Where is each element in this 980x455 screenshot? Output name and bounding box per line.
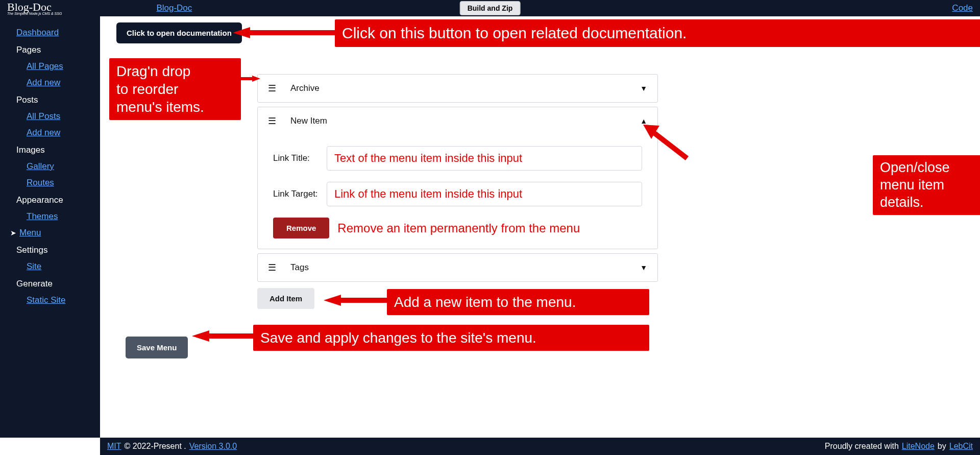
arrow-icon (324, 293, 388, 307)
sidebar-section-generate: Generate (0, 275, 100, 292)
svg-marker-9 (192, 330, 209, 342)
sidebar-item-add-post[interactable]: Add new (0, 125, 100, 141)
sidebar-item-static-site[interactable]: Static Site (0, 292, 100, 308)
add-item-button[interactable]: Add Item (257, 288, 314, 309)
brand-name: Blog-Doc (7, 2, 62, 13)
collapse-toggle-icon[interactable]: ▼ (640, 84, 647, 92)
drag-handle-icon[interactable]: ☰ (268, 115, 276, 127)
svg-marker-3 (252, 76, 260, 82)
sidebar-section-images: Images (0, 141, 100, 158)
remove-item-button[interactable]: Remove (273, 218, 329, 238)
sidebar-item-site[interactable]: Site (0, 258, 100, 275)
drag-handle-icon[interactable]: ☰ (268, 83, 276, 94)
collapse-toggle-icon[interactable]: ▼ (640, 264, 647, 272)
callout-add-item: Add a new item to the menu. (387, 289, 649, 315)
sidebar-section-settings: Settings (0, 241, 100, 258)
link-target-label: Link Target: (273, 189, 327, 199)
arrow-icon (233, 26, 335, 41)
drag-handle-icon[interactable]: ☰ (268, 262, 276, 273)
code-link[interactable]: Code (952, 3, 973, 13)
save-menu-button[interactable]: Save Menu (126, 337, 188, 358)
active-arrow-icon: ➤ (10, 229, 16, 237)
callout-doc-button: Click on this button to open related doc… (335, 19, 980, 47)
main-content: Click to open documentation Click on thi… (100, 16, 980, 438)
menu-items-list: ☰ Archive ▼ ☰ New Item ▲ Link Title: Lin… (257, 74, 658, 309)
menu-item-title: Archive (290, 83, 640, 93)
sidebar-item-themes[interactable]: Themes (0, 208, 100, 225)
callout-drag-drop: Drag'n drop to reorder menu's items. (109, 58, 241, 120)
svg-line-4 (651, 131, 687, 158)
callout-remove-note: Remove an item permanently from the menu (337, 221, 580, 235)
arrow-icon (641, 123, 692, 163)
build-and-zip-button[interactable]: Build and Zip (460, 1, 521, 15)
menu-item-card: ☰ Archive ▼ (257, 74, 658, 103)
sidebar-item-add-page[interactable]: Add new (0, 75, 100, 91)
arrow-icon (192, 329, 254, 343)
svg-marker-7 (324, 295, 341, 306)
brand-logo: Blog-Doc The Simplest Node.js CMS & SSG (7, 2, 62, 15)
sidebar-item-all-posts[interactable]: All Posts (0, 108, 100, 125)
open-documentation-button[interactable]: Click to open documentation (116, 22, 242, 43)
topbar: Blog-Doc The Simplest Node.js CMS & SSG … (0, 0, 980, 16)
sidebar-item-menu[interactable]: Menu (19, 228, 41, 238)
menu-item-title: Tags (290, 262, 640, 273)
sidebar-item-all-pages[interactable]: All Pages (0, 58, 100, 75)
sidebar-section-appearance: Appearance (0, 191, 100, 208)
sidebar-section-pages: Pages (0, 41, 100, 58)
menu-item-body: Link Title: Link Target: Remove Remove a… (258, 146, 657, 249)
callout-open-close: Open/close menu item details. (873, 155, 980, 215)
svg-marker-1 (233, 27, 250, 38)
sidebar-item-routes[interactable]: Routes (0, 175, 100, 191)
breadcrumb-link[interactable]: Blog-Doc (156, 3, 192, 13)
menu-item-card: ☰ New Item ▲ Link Title: Link Target: Re… (257, 107, 658, 249)
link-target-input[interactable] (327, 182, 642, 206)
sidebar-item-gallery[interactable]: Gallery (0, 158, 100, 175)
sidebar-item-dashboard[interactable]: Dashboard (0, 25, 100, 41)
menu-item-title: New Item (290, 116, 640, 126)
sidebar: Dashboard Pages All Pages Add new Posts … (0, 16, 100, 438)
brand-tagline: The Simplest Node.js CMS & SSG (7, 12, 62, 15)
arrow-icon (241, 74, 260, 84)
sidebar-section-posts: Posts (0, 91, 100, 108)
callout-save-menu: Save and apply changes to the site's men… (253, 325, 649, 351)
menu-item-card: ☰ Tags ▼ (257, 253, 658, 282)
link-title-input[interactable] (327, 146, 642, 171)
link-title-label: Link Title: (273, 153, 327, 163)
